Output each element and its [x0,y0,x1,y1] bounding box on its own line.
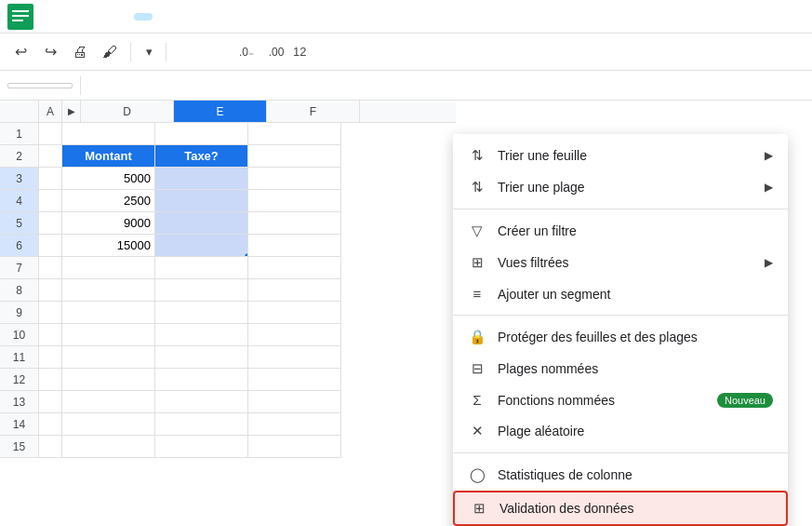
menu-outils[interactable] [153,13,171,20]
menu-option-proteger[interactable]: 🔒 Protéger des feuilles et des plages [453,321,788,353]
currency-button[interactable] [174,39,200,65]
col-header-d[interactable]: D [81,101,174,122]
undo-button[interactable]: ↩ [7,39,33,65]
col-header-a[interactable]: A [39,101,62,122]
cell-d11[interactable] [62,346,155,369]
fill-handle[interactable] [244,252,248,257]
cell-a11[interactable] [39,346,62,369]
menu-format[interactable] [115,13,134,20]
menu-extensions[interactable] [171,13,190,20]
cell-a7[interactable] [39,257,62,279]
row-header-7[interactable]: 7 [0,257,39,279]
row-header-8[interactable]: 8 [0,279,39,302]
row-header-5[interactable]: 5 [0,212,39,235]
cell-e6[interactable] [155,235,248,257]
cell-f15[interactable] [248,436,341,458]
cell-reference[interactable] [7,83,73,88]
menu-option-validation[interactable]: ⊞ Validation des données [453,491,788,526]
cell-d9[interactable] [62,302,155,324]
cell-a12[interactable] [39,369,62,391]
menu-edition[interactable] [60,13,78,20]
cell-f2[interactable] [248,145,341,168]
cell-f8[interactable] [248,279,341,302]
menu-option-segment[interactable]: ≡ Ajouter un segment [453,278,788,309]
cell-e7[interactable] [155,257,248,279]
cell-f4[interactable] [248,190,341,212]
row-header-4[interactable]: 4 [0,190,39,212]
menu-option-plage-aleatoire[interactable]: ✕ Plage aléatoire [453,415,788,447]
menu-option-vues-filtrees[interactable]: ⊞ Vues filtrées ▶ [453,247,788,278]
row-header-11[interactable]: 11 [0,346,39,369]
cell-f12[interactable] [248,369,341,391]
cell-d12[interactable] [62,369,155,391]
cell-e8[interactable] [155,279,248,302]
menu-donnees[interactable] [134,13,153,20]
col-header-nav[interactable]: ▶ [62,101,81,122]
cell-a5[interactable] [39,212,62,235]
col-header-f[interactable]: F [267,101,360,122]
menu-option-plages-nommees[interactable]: ⊟ Plages nommées [453,353,788,384]
cell-f13[interactable] [248,391,341,413]
cell-a4[interactable] [39,190,62,212]
row-header-13[interactable]: 13 [0,391,39,413]
cell-e13[interactable] [155,391,248,413]
menu-insertion[interactable] [97,13,115,20]
cell-d15[interactable] [62,436,155,458]
row-header-6[interactable]: 6 [0,235,39,257]
cell-a2[interactable] [39,145,62,168]
cell-a14[interactable] [39,413,62,436]
menu-option-fonctions-nommees[interactable]: Σ Fonctions nommées Nouveau [453,384,788,415]
cell-d6[interactable]: 15000 [62,235,155,257]
cell-f9[interactable] [248,302,341,324]
cell-f11[interactable] [248,346,341,369]
cell-e2[interactable]: Taxe? [155,145,248,168]
cell-d8[interactable] [62,279,155,302]
decimal-increase-button[interactable]: .00 [263,39,289,65]
cell-a15[interactable] [39,436,62,458]
cell-e3[interactable] [155,168,248,190]
menu-option-creer-filtre[interactable]: ▽ Créer un filtre [453,215,788,247]
cell-d10[interactable] [62,324,155,346]
cell-e15[interactable] [155,436,248,458]
menu-fichier[interactable] [41,13,60,20]
row-header-14[interactable]: 14 [0,413,39,436]
cell-d13[interactable] [62,391,155,413]
cell-f5[interactable] [248,212,341,235]
cell-a8[interactable] [39,279,62,302]
cell-d14[interactable] [62,413,155,436]
row-header-15[interactable]: 15 [0,436,39,458]
cell-e1[interactable] [155,123,248,145]
cell-d4[interactable]: 2500 [62,190,155,212]
zoom-control[interactable]: ▾ [139,43,158,61]
row-header-2[interactable]: 2 [0,145,39,168]
paint-format-button[interactable]: 🖌 [97,39,123,65]
cell-e11[interactable] [155,346,248,369]
row-header-9[interactable]: 9 [0,302,39,324]
cell-d7[interactable] [62,257,155,279]
col-header-e[interactable]: E [174,101,267,122]
cell-f10[interactable] [248,324,341,346]
cell-f3[interactable] [248,168,341,190]
row-header-10[interactable]: 10 [0,324,39,346]
cell-a6[interactable] [39,235,62,257]
cell-a9[interactable] [39,302,62,324]
cell-f6[interactable] [248,235,341,257]
cell-d5[interactable]: 9000 [62,212,155,235]
cell-e10[interactable] [155,324,248,346]
cell-e12[interactable] [155,369,248,391]
menu-affichage[interactable] [78,13,97,20]
cell-a13[interactable] [39,391,62,413]
row-header-1[interactable]: 1 [0,123,39,145]
cell-d1[interactable] [62,123,155,145]
cell-f1[interactable] [248,123,341,145]
cell-f14[interactable] [248,413,341,436]
row-header-3[interactable]: 3 [0,168,39,190]
redo-button[interactable]: ↪ [37,39,63,65]
cell-a10[interactable] [39,324,62,346]
cell-a3[interactable] [39,168,62,190]
decimal-decrease-button[interactable]: .0₋ [233,39,260,65]
print-button[interactable]: 🖨 [67,39,93,65]
cell-d2[interactable]: Montant [62,145,155,168]
cell-e5[interactable] [155,212,248,235]
cell-a1[interactable] [39,123,62,145]
